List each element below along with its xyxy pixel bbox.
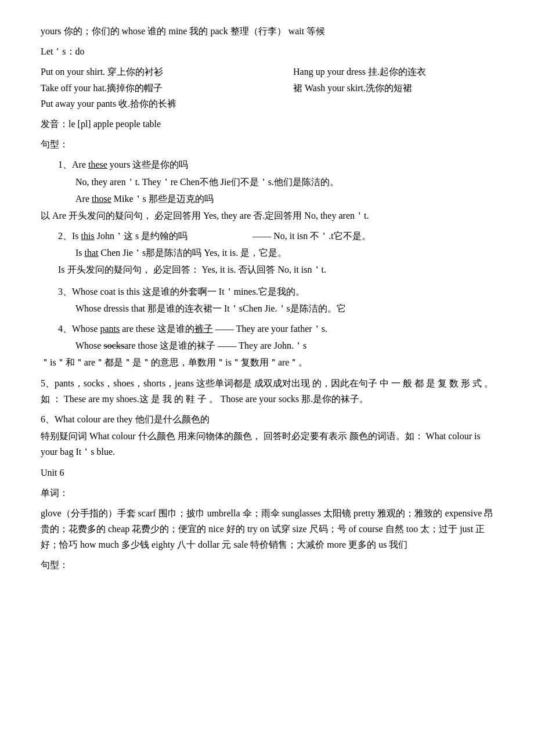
words-label-text: 单词：: [41, 488, 68, 498]
para-6-title: 6、What colour are they 他们是什么颜色的: [41, 411, 499, 427]
sentence-2: 2、Is this John＇这 s 是约翰的吗 —— No, it isn 不…: [41, 228, 499, 278]
page-content: yours 你的；你们的 whose 谁的 mine 我的 pack 整理（行李…: [41, 23, 499, 573]
command-row-1: Put on your shirt. 穿上你的衬衫 Hang up your d…: [41, 64, 499, 79]
sentence-4-sub1: Whose socksare those 这是谁的袜子 —— They are …: [41, 338, 499, 353]
sentence-1: 1、Are these yours 这些是你的吗 No, they aren＇t…: [41, 157, 499, 223]
words-label-line: 单词：: [41, 485, 499, 501]
s4-socks: socks: [103, 341, 124, 350]
words-body-text: glove（分手指的）手套 scarf 围巾；披巾 umbrella 伞；雨伞 …: [41, 505, 499, 553]
lets-do-line: Let＇s：do: [41, 44, 499, 59]
sentence-3-main: 3、Whose coat is this 这是谁的外套啊一 It＇mines.它…: [41, 284, 499, 299]
sentence-2-main: 2、Is this John＇这 s 是约翰的吗 —— No, it isn 不…: [41, 228, 499, 244]
s2-that: that: [85, 248, 99, 258]
sentence-2-sub1: Is that Chen Jie＇s那是陈洁的吗 Yes, it is. 是，它…: [41, 245, 499, 261]
sentence-1-main: 1、Are these yours 这些是你的吗: [41, 157, 499, 172]
unit6-text: Unit 6: [41, 468, 64, 478]
commands-section: Put on your shirt. 穿上你的衬衫 Hang up your d…: [41, 64, 499, 111]
sentence-1-sub1: No, they aren＇t. They＇re Chen不他 Jie们不是＇s…: [41, 174, 499, 190]
para-5-text: 5、pants，socks，shoes，shorts，jeans 这些单词都是 …: [41, 375, 499, 407]
sentence-type-header: 句型：: [41, 136, 499, 152]
command-row-3: Put away your pants 收.拾你的长裤: [41, 96, 499, 111]
unit6-label: Unit 6: [41, 465, 499, 480]
lets-do-text: Let＇s：do: [41, 46, 85, 56]
vocab-text: yours 你的；你们的 whose 谁的 mine 我的 pack 整理（行李…: [41, 26, 325, 36]
para-5: 5、pants，socks，shoes，shorts，jeans 这些单词都是 …: [41, 375, 499, 407]
sentence-type-header-2: 句型：: [41, 557, 499, 573]
s4-pants-zh: 裤子: [194, 324, 213, 334]
command-left-1: Put on your shirt. 穿上你的衬衫: [41, 64, 247, 79]
pronunciation-text: 发音：le [pl] apple people table: [41, 119, 161, 129]
sentence-4-note: ＂is＂和＂are＂都是＂是＂的意思，单数用＂is＂复数用＂are＂。: [41, 355, 499, 370]
s1-rest: yours 这些是你的吗: [107, 160, 189, 169]
para-6: 6、What colour are they 他们是什么颜色的 特别疑问词 Wh…: [41, 411, 499, 460]
sentence-2-note: Is 开头发问的疑问句， 必定回答： Yes, it is. 否认回答 No, …: [41, 262, 499, 277]
sentence-1-note: 以 Are 开头发问的疑问句， 必定回答用 Yes, they are 否.定回…: [41, 208, 499, 223]
command-right-2: 裙 Wash your skirt.洗你的短裙: [293, 80, 499, 96]
sentence-4: 4、Whose pants are these 这是谁的裤子 —— They a…: [41, 321, 499, 371]
s1-those: those: [92, 194, 111, 204]
s4-pants: pants: [100, 324, 120, 334]
s1-num: 1、Are: [58, 160, 88, 169]
s1-these: these: [88, 160, 107, 169]
sentence-3: 3、Whose coat is this 这是谁的外套啊一 It＇mines.它…: [41, 284, 499, 316]
pronunciation-line: 发音：le [pl] apple people table: [41, 116, 499, 132]
vocab-line: yours 你的；你们的 whose 谁的 mine 我的 pack 整理（行李…: [41, 23, 499, 39]
sentence-1-sub2: Are those Mike＇s 那些是迈克的吗: [41, 191, 499, 207]
command-right-1: Hang up your dress 挂.起你的连衣: [293, 64, 499, 79]
words-body-section: glove（分手指的）手套 scarf 围巾；披巾 umbrella 伞；雨伞 …: [41, 505, 499, 553]
sentence-type-label: 句型：: [41, 139, 68, 149]
s2-this: this: [81, 231, 95, 241]
command-row-2: Take off your hat.摘掉你的帽子 裙 Wash your ski…: [41, 80, 499, 96]
command-left-2: Take off your hat.摘掉你的帽子: [41, 80, 247, 96]
sentence-3-sub1: Whose dressis that 那是谁的连衣裙一 It＇sChen Jie…: [41, 301, 499, 316]
sentence-4-main: 4、Whose pants are these 这是谁的裤子 —— They a…: [41, 321, 499, 337]
para-6-body: 特别疑问词 What colour 什么颜色 用来问物体的颜色， 回答时必定要有…: [41, 428, 499, 460]
sentence-type-label-2: 句型：: [41, 560, 68, 570]
